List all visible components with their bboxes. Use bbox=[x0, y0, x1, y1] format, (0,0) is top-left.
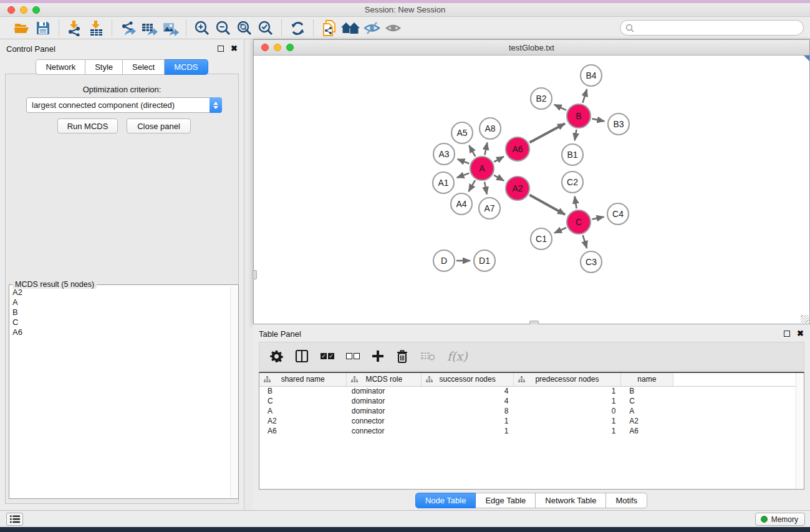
table-cell[interactable]: 1 bbox=[514, 426, 621, 436]
graph-node-A5[interactable]: A5 bbox=[451, 122, 473, 143]
graph-edge[interactable] bbox=[529, 195, 565, 215]
table-cell[interactable]: 1 bbox=[514, 396, 621, 406]
graph-edge[interactable] bbox=[575, 130, 577, 141]
result-scrollbar[interactable] bbox=[230, 287, 238, 498]
graph-edge[interactable] bbox=[457, 173, 470, 178]
graph-node-C4[interactable]: C4 bbox=[607, 203, 629, 225]
graph-edge[interactable] bbox=[485, 182, 487, 195]
close-panel-button[interactable]: Close panel bbox=[127, 118, 191, 133]
tab-node-table[interactable]: Node Table bbox=[415, 493, 476, 508]
save-session-icon[interactable] bbox=[32, 19, 54, 37]
open-file-icon[interactable] bbox=[11, 19, 32, 37]
network-window-titlebar[interactable]: testGlobe.txt bbox=[254, 40, 809, 56]
table-cell[interactable]: connector bbox=[347, 426, 422, 436]
import-network-icon[interactable] bbox=[64, 19, 85, 37]
table-cell[interactable]: 4 bbox=[422, 386, 514, 396]
result-item[interactable]: A bbox=[9, 297, 229, 307]
graph-node-A3[interactable]: A3 bbox=[433, 143, 455, 165]
table-cell[interactable]: B bbox=[259, 386, 347, 396]
table-cell[interactable]: 1 bbox=[514, 386, 621, 396]
graph-node-C2[interactable]: C2 bbox=[562, 172, 583, 193]
graph-node-B4[interactable]: B4 bbox=[581, 65, 602, 86]
column-header[interactable]: predecessor nodes bbox=[514, 373, 621, 386]
new-network-from-selection-icon[interactable] bbox=[319, 19, 340, 37]
table-cell[interactable]: C bbox=[259, 396, 347, 406]
export-network-icon[interactable] bbox=[117, 19, 138, 37]
graph-node-A1[interactable]: A1 bbox=[433, 172, 454, 193]
tab-style[interactable]: Style bbox=[85, 59, 123, 75]
graph-edge[interactable] bbox=[583, 235, 587, 248]
graph-node-A4[interactable]: A4 bbox=[451, 193, 472, 215]
table-cell[interactable]: connector bbox=[347, 416, 422, 426]
memory-button[interactable]: Memory bbox=[755, 513, 805, 526]
table-row[interactable]: A2connector11A2 bbox=[259, 416, 804, 426]
table-row[interactable]: A6connector11A6 bbox=[259, 426, 804, 436]
table-cell[interactable]: dominator bbox=[347, 386, 422, 396]
graph-edge[interactable] bbox=[529, 123, 565, 143]
table-cell[interactable]: 0 bbox=[514, 406, 621, 416]
criterion-dropdown[interactable]: largest connected component (directed) bbox=[26, 97, 222, 113]
table-cell[interactable]: 1 bbox=[422, 426, 514, 436]
table-row[interactable]: Bdominator41B bbox=[259, 386, 804, 396]
graph-edge[interactable] bbox=[575, 196, 577, 209]
graph-edge[interactable] bbox=[485, 143, 487, 155]
column-header[interactable]: name bbox=[620, 373, 673, 386]
zoom-out-icon[interactable] bbox=[213, 19, 234, 37]
export-table-icon[interactable] bbox=[138, 19, 160, 37]
result-item[interactable]: C bbox=[9, 317, 229, 327]
table-row[interactable]: Cdominator41C bbox=[259, 396, 804, 406]
add-column-icon[interactable] bbox=[372, 350, 384, 362]
graph-node-A7[interactable]: A7 bbox=[479, 198, 500, 219]
result-item[interactable]: A6 bbox=[9, 327, 229, 337]
table-cell[interactable]: A2 bbox=[620, 416, 673, 426]
select-all-checkboxes-icon[interactable]: ✓✓ bbox=[321, 353, 334, 359]
window-resize-grip[interactable] bbox=[801, 315, 809, 323]
close-table-panel-icon[interactable]: ✖ bbox=[797, 331, 804, 337]
table-row[interactable]: Adominator80A bbox=[259, 406, 804, 416]
float-panel-icon[interactable] bbox=[218, 46, 224, 52]
column-header[interactable]: shared name bbox=[259, 373, 347, 386]
table-cell[interactable]: 1 bbox=[422, 416, 514, 426]
graph-edge[interactable] bbox=[494, 175, 504, 181]
table-cell[interactable]: A6 bbox=[620, 426, 673, 436]
graph-node-B2[interactable]: B2 bbox=[531, 88, 552, 109]
graph-edge[interactable] bbox=[592, 217, 604, 220]
graph-edge[interactable] bbox=[469, 145, 475, 157]
result-item[interactable]: B bbox=[9, 307, 229, 317]
table-cell[interactable]: C bbox=[620, 396, 673, 406]
table-cell[interactable]: dominator bbox=[347, 406, 422, 416]
left-split-grip[interactable] bbox=[253, 270, 257, 279]
tab-network[interactable]: Network bbox=[36, 59, 85, 75]
table-scrollbar[interactable] bbox=[796, 373, 804, 489]
zoom-in-icon[interactable] bbox=[191, 19, 213, 37]
float-table-panel-icon[interactable] bbox=[784, 331, 790, 337]
graph-edge[interactable] bbox=[554, 228, 566, 233]
column-layout-icon[interactable] bbox=[295, 349, 309, 363]
graph-node-A6[interactable]: A6 bbox=[506, 137, 529, 161]
tab-mcds[interactable]: MCDS bbox=[165, 59, 208, 75]
graph-edge[interactable] bbox=[554, 105, 566, 110]
tab-edge-table[interactable]: Edge Table bbox=[476, 493, 536, 508]
graph-edge[interactable] bbox=[469, 180, 475, 191]
zoom-fit-icon[interactable] bbox=[234, 19, 255, 37]
tab-select[interactable]: Select bbox=[123, 59, 165, 75]
graph-node-A[interactable]: A bbox=[470, 157, 494, 180]
first-neighbors-icon[interactable] bbox=[340, 19, 361, 37]
table-cell[interactable]: B bbox=[620, 386, 673, 396]
graph-node-C1[interactable]: C1 bbox=[531, 228, 552, 249]
gear-icon[interactable] bbox=[270, 350, 283, 363]
run-mcds-button[interactable]: Run MCDS bbox=[57, 118, 118, 133]
network-canvas[interactable]: B4B2BB3A5A8A6B1A3AA1C2A2A4A7C4CC1C3DD1 bbox=[254, 56, 809, 324]
graph-node-B3[interactable]: B3 bbox=[608, 114, 629, 135]
refresh-layout-icon[interactable] bbox=[287, 19, 308, 37]
graph-edge[interactable] bbox=[458, 159, 470, 163]
graph-edge[interactable] bbox=[592, 118, 605, 121]
task-history-button[interactable] bbox=[6, 513, 23, 526]
delete-column-icon[interactable] bbox=[396, 349, 408, 364]
show-all-icon[interactable] bbox=[382, 19, 403, 37]
column-header[interactable]: MCDS role bbox=[347, 373, 422, 386]
table-cell[interactable]: 1 bbox=[514, 416, 621, 426]
hide-selection-icon[interactable] bbox=[361, 19, 382, 37]
table-cell[interactable]: A bbox=[620, 406, 673, 416]
close-panel-icon[interactable]: ✖ bbox=[231, 46, 238, 52]
